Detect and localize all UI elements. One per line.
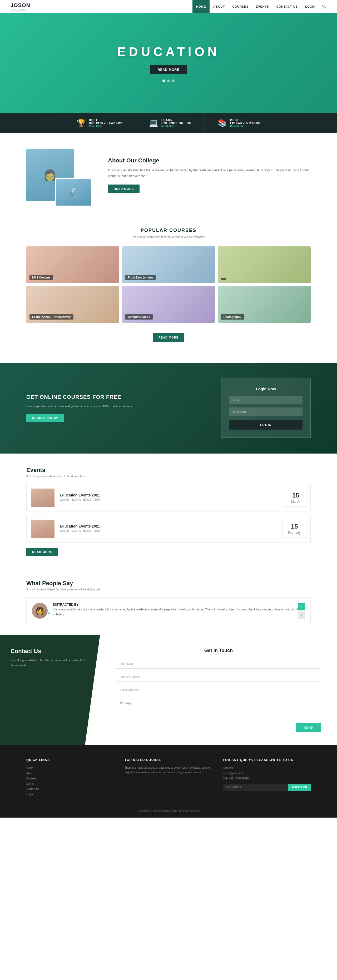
course-card-2[interactable]: From Zero to Hero <box>122 247 215 283</box>
footer-link-login[interactable]: Login <box>26 792 114 797</box>
event-time-1: 9:00 AM - 5:00 PM VENUE: FIRST <box>60 498 280 501</box>
nav-about[interactable]: ABOUT <box>210 0 229 13</box>
about-read-more-button[interactable]: Read More <box>108 185 140 193</box>
testimonial-content: DISTRACTED BY It is a long established f… <box>53 603 305 617</box>
feature-courses-title: LEARNCOURSES ONLINE <box>161 118 191 125</box>
footer-link-courses[interactable]: Courses <box>26 776 114 781</box>
about-secondary-image: 🔬 <box>55 178 92 207</box>
course-bg-5: Complete Guide <box>122 286 215 323</box>
course-bg-6: Photography <box>218 286 311 323</box>
testimonial-avatar: 👩 <box>32 603 48 619</box>
course-bg-4: Learn Python – Interactively <box>26 286 119 323</box>
footer: QUICK LINKS Home About Courses Events Co… <box>0 745 337 818</box>
event-title-2: Education Events 2021 <box>60 524 277 528</box>
feature-library-link[interactable]: Read More <box>230 125 261 128</box>
course-label-6: Photography <box>221 314 244 320</box>
testimonial-prev-button[interactable]: ↑ <box>298 603 305 610</box>
footer-quick-links-title: QUICK LINKS <box>26 758 114 762</box>
hero-title: EDUCATION <box>117 45 220 59</box>
hero-dot-3[interactable] <box>172 80 175 82</box>
feature-industry-link[interactable]: Read More <box>89 125 122 128</box>
course-card-4[interactable]: Learn Python – Interactively <box>26 286 119 323</box>
course-bg-3 <box>218 247 311 283</box>
event-card-2: Education Events 2021 8:00 AM - 9:00 PM … <box>26 515 311 542</box>
testimonials-subtitle: It is a long established fact that a rea… <box>26 588 311 591</box>
hero-dot-1[interactable] <box>162 80 165 82</box>
event-image-1 <box>31 488 54 507</box>
password-field[interactable] <box>229 407 302 416</box>
login-left: GET ONLINE COURSES FOR FREE Create your … <box>26 394 200 423</box>
footer-link-home[interactable]: Home <box>26 765 114 771</box>
contact-title: Contact Us <box>11 648 89 655</box>
contact-phone-field[interactable] <box>116 672 321 682</box>
footer-top-course: TOP RATED COURSE There are many variatio… <box>124 758 212 797</box>
register-now-button[interactable]: REGISTER NOW <box>26 414 64 422</box>
testimonials-section: What People Say It is a long established… <box>0 570 337 635</box>
events-section: Events It is a long established Event to… <box>0 453 337 570</box>
footer-subscribe-button[interactable]: SUBSCRIBE <box>288 784 311 791</box>
footer-location: Location <box>223 765 311 771</box>
nav-login[interactable]: LOGIN <box>302 0 320 13</box>
nav-courses[interactable]: COURSES <box>229 0 252 13</box>
footer-bottom: Copyright © 2020 company name All rights… <box>26 805 311 812</box>
feature-library-title: BESTLIBRARY & STORE <box>230 118 261 125</box>
hero-read-more-button[interactable]: Read More <box>150 65 187 74</box>
login-button[interactable]: LOGIN <box>229 420 302 430</box>
contact-message-field[interactable] <box>116 698 321 719</box>
events-read-more-button[interactable]: Read More <box>26 548 58 556</box>
footer-subscribe-input[interactable] <box>223 784 288 791</box>
event-date-1: 15 March <box>285 489 306 507</box>
hero-dots <box>117 80 220 82</box>
nav-home[interactable]: HOME <box>192 0 210 13</box>
footer-contact-title: FOR ANY QUERY, PLEASE WRITE TO US <box>223 758 311 762</box>
laptop-icon: 💻 <box>149 119 158 127</box>
event-month-1: March <box>291 500 300 504</box>
search-icon[interactable]: 🔍 <box>320 5 326 9</box>
courses-read-more-button[interactable]: Read More <box>153 333 184 342</box>
events-subtitle: It is a long established Event to feed y… <box>26 475 311 478</box>
footer-link-about[interactable]: About <box>26 771 114 776</box>
course-card-6[interactable]: Photography <box>218 286 311 323</box>
nav-events[interactable]: EVENTS <box>252 0 273 13</box>
footer-quick-links-list: Home About Courses Events Contact Us Log… <box>26 765 114 797</box>
contact-fullname-field[interactable] <box>116 659 321 668</box>
footer-link-contact[interactable]: Contact Us <box>26 786 114 792</box>
footer-email: demo@gmail.com <box>223 771 311 776</box>
course-card-3[interactable] <box>218 247 311 283</box>
testimonial-name: DISTRACTED BY <box>53 603 305 606</box>
courses-section: POPULAR COURSES It is a long established… <box>0 217 337 363</box>
feature-courses-link[interactable]: Read More <box>161 125 191 128</box>
login-form-panel: Login Now LOGIN <box>221 379 311 438</box>
event-card-1: Education Events 2021 9:00 AM - 5:00 PM … <box>26 484 311 511</box>
email-field[interactable] <box>229 396 302 404</box>
courses-subtitle: It is a long established fact that a rea… <box>26 235 311 239</box>
hero-content: EDUCATION Read More <box>117 45 220 82</box>
event-date-2: 15 February <box>283 520 306 538</box>
event-day-1: 15 <box>291 492 300 499</box>
contact-form: Get In Touch SEND <box>100 635 337 745</box>
contact-send-button[interactable]: SEND <box>296 723 321 732</box>
testimonial-text: It is a long established fact that a rea… <box>53 607 305 617</box>
hero-section: EDUCATION Read More <box>0 13 337 113</box>
course-card-5[interactable]: Complete Guide <box>122 286 215 323</box>
course-card-1[interactable]: LMS Content <box>26 247 119 283</box>
footer-link-events[interactable]: Events <box>26 781 114 786</box>
event-day-2: 15 <box>288 523 300 530</box>
footer-top-course-desc: There are many variations of passages of… <box>124 765 212 775</box>
contact-email-field[interactable] <box>116 685 321 695</box>
footer-grid: QUICK LINKS Home About Courses Events Co… <box>26 758 311 797</box>
course-label-5: Complete Guide <box>125 314 153 320</box>
feature-industry: 🏆 BESTINDUSTRY LEADERS Read More <box>64 113 136 133</box>
testimonial-next-button[interactable]: ↓ <box>298 611 305 619</box>
nav-menu: HOME ABOUT COURSES EVENTS CONTACT US LOG… <box>192 0 326 13</box>
logo[interactable]: JOSON College <box>11 2 30 11</box>
about-images: 👩 🔬 <box>26 149 95 201</box>
event-person-image-2 <box>31 520 54 538</box>
hero-dot-2[interactable] <box>167 80 170 82</box>
nav-contact[interactable]: CONTACT US <box>273 0 302 13</box>
testimonial-controls: ↑ ↓ <box>298 603 305 619</box>
events-title: Events <box>26 467 311 474</box>
event-image-2 <box>31 520 54 538</box>
event-info-1: Education Events 2021 9:00 AM - 5:00 PM … <box>60 493 280 503</box>
login-form-title: Login Now <box>229 387 302 391</box>
